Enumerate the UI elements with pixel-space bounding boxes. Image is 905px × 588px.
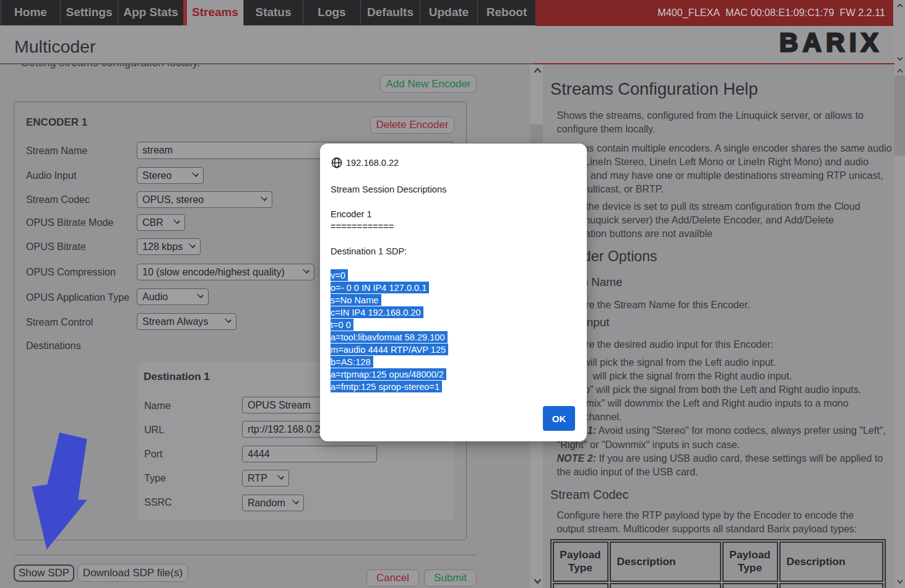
svg-text:BARIX: BARIX <box>779 32 880 53</box>
